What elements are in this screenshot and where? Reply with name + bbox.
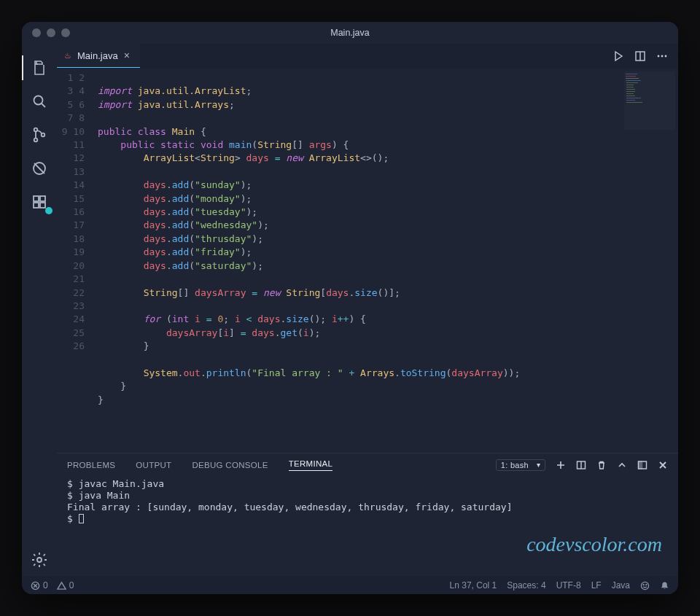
window-title: Main.java	[330, 28, 370, 38]
svg-point-2	[34, 139, 38, 142]
tab-output[interactable]: OUTPUT	[136, 461, 171, 469]
feedback-icon[interactable]	[640, 581, 650, 590]
svg-rect-6	[34, 203, 39, 208]
code-area[interactable]: import java.util.ArrayList; import java.…	[98, 69, 678, 453]
activity-bar	[22, 44, 57, 577]
split-editor-icon[interactable]	[634, 50, 646, 62]
zoom-window-icon[interactable]	[61, 28, 70, 37]
editor-content: ♨ Main.java ×	[57, 44, 678, 577]
source-control-icon[interactable]	[22, 118, 57, 152]
titlebar: Main.java	[22, 22, 678, 44]
tabs-row: ♨ Main.java ×	[57, 44, 678, 69]
svg-point-1	[34, 128, 38, 132]
editor[interactable]: ▬▬▬▬▬▬▬▬ ▬▬▬▬▬▬▬ ▬▬▬▬▬▬▬▬▬ ▬▬▬▬▬▬▬▬▬▬ ▬▬…	[57, 69, 678, 453]
terminal-cursor	[79, 514, 84, 523]
status-indentation[interactable]: Spaces: 4	[507, 580, 545, 590]
tab-debug-console[interactable]: DEBUG CONSOLE	[192, 461, 268, 469]
minimap[interactable]: ▬▬▬▬▬▬▬▬ ▬▬▬▬▬▬▬ ▬▬▬▬▬▬▬▬▬ ▬▬▬▬▬▬▬▬▬▬ ▬▬…	[624, 71, 675, 130]
status-bar: 0 0 Ln 37, Col 1 Spaces: 4 UTF-8 LF Java	[22, 577, 678, 594]
tab-terminal[interactable]: TERMINAL	[289, 459, 333, 471]
svg-point-11	[658, 55, 660, 57]
extensions-badge	[45, 207, 52, 214]
svg-point-20	[646, 584, 647, 585]
close-panel-icon[interactable]	[658, 460, 668, 470]
explorer-icon[interactable]	[22, 51, 57, 85]
editor-window: Main.java	[22, 22, 678, 594]
svg-rect-8	[40, 196, 45, 201]
status-eol[interactable]: LF	[591, 580, 602, 590]
editor-actions	[612, 44, 678, 68]
terminal-line: $ javac Main.java	[67, 478, 164, 489]
run-icon[interactable]	[612, 50, 624, 62]
svg-point-18	[641, 582, 648, 589]
status-errors[interactable]: 0	[31, 580, 48, 590]
terminal-prompt: $	[67, 513, 79, 524]
svg-rect-7	[40, 203, 45, 208]
watermark: codevscolor.com	[526, 533, 662, 556]
notifications-icon[interactable]	[660, 581, 669, 590]
status-warnings[interactable]: 0	[57, 580, 74, 590]
terminal-output[interactable]: $ javac Main.java $ java Main Final arra…	[57, 475, 678, 577]
svg-point-19	[643, 584, 644, 585]
split-terminal-icon[interactable]	[576, 460, 586, 470]
more-actions-icon[interactable]	[656, 50, 668, 62]
maximize-panel-icon[interactable]	[617, 460, 627, 470]
status-cursor-position[interactable]: Ln 37, Col 1	[450, 580, 497, 590]
svg-rect-16	[639, 461, 642, 469]
java-file-icon: ♨	[64, 51, 71, 61]
body: ♨ Main.java ×	[22, 44, 678, 577]
search-icon[interactable]	[22, 85, 57, 118]
panel-tabs: PROBLEMS OUTPUT DEBUG CONSOLE TERMINAL 1…	[57, 453, 678, 475]
new-terminal-icon[interactable]	[556, 460, 566, 470]
close-window-icon[interactable]	[32, 28, 41, 37]
svg-point-12	[661, 55, 664, 57]
settings-gear-icon[interactable]	[22, 543, 57, 577]
close-tab-icon[interactable]: ×	[124, 50, 130, 61]
toggle-panel-icon[interactable]	[637, 460, 648, 470]
bottom-panel: PROBLEMS OUTPUT DEBUG CONSOLE TERMINAL 1…	[57, 453, 678, 577]
svg-rect-5	[34, 196, 39, 201]
svg-point-13	[665, 55, 667, 57]
svg-point-9	[37, 558, 42, 562]
line-gutter: 1 2 3 4 5 6 7 8 9 10 11 12 13 14 15 16 1…	[57, 69, 98, 453]
traffic-lights	[32, 28, 70, 37]
terminal-line: Final array : [sunday, monday, tuesday, …	[67, 502, 512, 512]
tab-main-java[interactable]: ♨ Main.java ×	[57, 44, 140, 68]
status-language[interactable]: Java	[612, 580, 630, 590]
minimize-window-icon[interactable]	[47, 28, 55, 37]
svg-point-0	[34, 96, 43, 105]
tab-filename: Main.java	[77, 50, 118, 61]
extensions-icon[interactable]	[22, 185, 57, 219]
kill-terminal-icon[interactable]	[596, 460, 607, 470]
tab-problems[interactable]: PROBLEMS	[67, 461, 115, 469]
status-encoding[interactable]: UTF-8	[556, 580, 581, 590]
debug-icon[interactable]	[22, 152, 57, 185]
terminal-line: $ java Main	[67, 490, 130, 501]
terminal-selector[interactable]: 1: bash	[496, 459, 545, 471]
